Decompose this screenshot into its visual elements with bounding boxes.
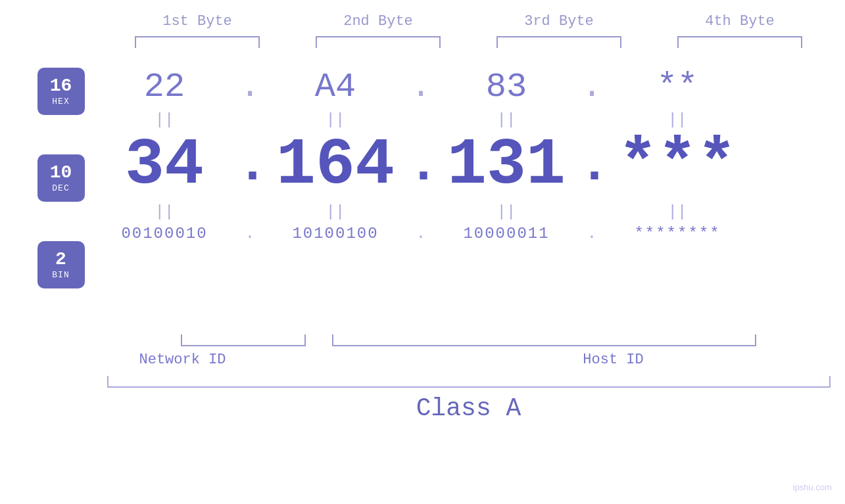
dec-sep1: .	[237, 139, 263, 192]
dec-sep3: .	[579, 139, 605, 192]
byte3-header: 3rd Byte	[487, 13, 631, 30]
values-grid: 22 . A4 . 83 . ** || || || || 34	[92, 68, 845, 242]
bin-b1: 00100010	[92, 225, 237, 242]
bin-b2: 10100100	[263, 225, 408, 242]
network-id-label: Network ID	[107, 352, 258, 368]
bin-badge-number: 2	[55, 250, 66, 270]
dec-badge-number: 10	[50, 163, 72, 183]
hex-sep2: .	[408, 68, 434, 106]
content-area: 16 HEX 10 DEC 2 BIN 22 . A4 . 83 . **	[0, 68, 845, 328]
byte-headers: 1st Byte 2nd Byte 3rd Byte 4th Byte	[107, 13, 831, 30]
bracket-top-1	[135, 36, 260, 48]
class-label: Class A	[107, 394, 831, 423]
watermark: ipshu.com	[793, 482, 832, 492]
hex-row: 22 . A4 . 83 . **	[92, 68, 845, 106]
dec-sep2: .	[408, 139, 434, 192]
dec-b4: ***	[605, 133, 750, 198]
hex-b1: 22	[92, 68, 237, 106]
class-section: Class A	[107, 376, 831, 423]
eq1-b3: ||	[434, 111, 579, 129]
hex-badge: 16 HEX	[37, 68, 85, 115]
label-spacer	[258, 352, 397, 368]
eq2-b1: ||	[92, 203, 237, 221]
bin-sep1: .	[237, 225, 263, 242]
hex-sep3: .	[579, 68, 605, 106]
bracket-host	[332, 334, 756, 346]
hex-badge-number: 16	[50, 76, 72, 97]
eq1-b4: ||	[605, 111, 750, 129]
bin-sep2: .	[408, 225, 434, 242]
host-id-label: Host ID	[397, 352, 831, 368]
bin-row: 00100010 . 10100100 . 10000011 . *******…	[92, 225, 845, 242]
hex-b2: A4	[263, 68, 408, 106]
dec-b3: 131	[434, 133, 579, 198]
bottom-section: Network ID Host ID	[107, 334, 831, 368]
hex-b3: 83	[434, 68, 579, 106]
bracket-top-3	[496, 36, 621, 48]
hex-badge-label: HEX	[52, 97, 69, 106]
dec-badge-label: DEC	[52, 183, 69, 193]
main-container: 1st Byte 2nd Byte 3rd Byte 4th Byte 16 H…	[0, 0, 845, 504]
dec-b2: 164	[263, 133, 408, 198]
bin-badge-label: BIN	[52, 270, 69, 280]
byte1-header: 1st Byte	[125, 13, 270, 30]
bracket-top-4	[677, 36, 802, 48]
hex-b4: **	[605, 68, 750, 106]
eq2-b3: ||	[434, 203, 579, 221]
bin-sep3: .	[579, 225, 605, 242]
eq2-b2: ||	[263, 203, 408, 221]
eq2-b4: ||	[605, 203, 750, 221]
bin-badge: 2 BIN	[37, 241, 85, 288]
dec-badge: 10 DEC	[37, 154, 85, 202]
bin-b3: 10000011	[434, 225, 579, 242]
labels-row: Network ID Host ID	[107, 352, 831, 368]
dec-b1: 34	[92, 133, 237, 198]
class-bracket	[107, 376, 831, 388]
dec-row: 34 . 164 . 131 . ***	[92, 133, 845, 198]
byte4-header: 4th Byte	[667, 13, 812, 30]
eq1-b2: ||	[263, 111, 408, 129]
bracket-network	[181, 334, 306, 346]
badges-column: 16 HEX 10 DEC 2 BIN	[0, 68, 92, 328]
hex-sep1: .	[237, 68, 263, 106]
top-brackets	[107, 36, 831, 48]
byte2-header: 2nd Byte	[306, 13, 450, 30]
equals-row-2: || || || ||	[92, 198, 845, 225]
eq1-b1: ||	[92, 111, 237, 129]
bottom-brackets-row	[107, 334, 831, 346]
bracket-top-2	[316, 36, 441, 48]
bin-b4: ********	[605, 225, 750, 242]
